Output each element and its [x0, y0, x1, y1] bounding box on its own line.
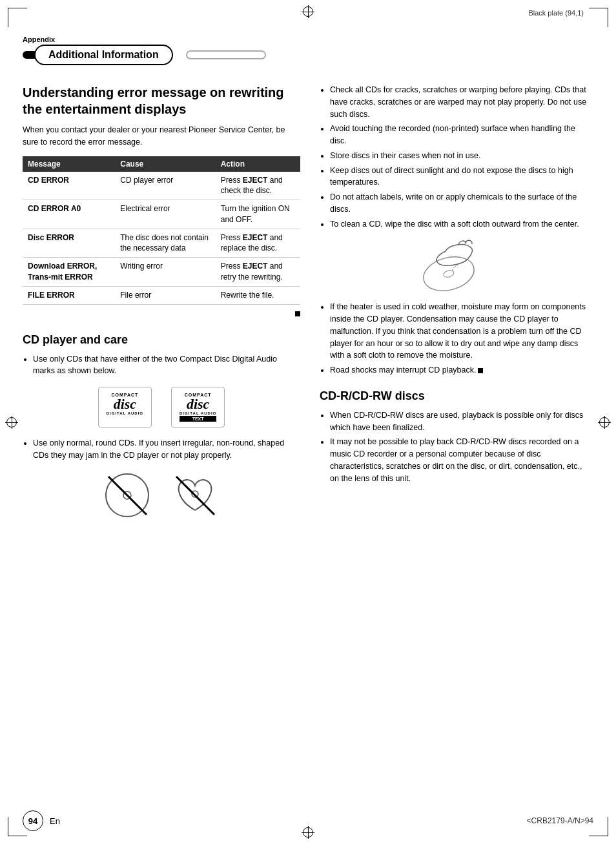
cdr-section: CD-R/CD-RW discs When CD-R/CD-RW discs a… [320, 389, 591, 485]
table-row: CD ERROR A0 Electrical error Turn the ig… [23, 200, 300, 229]
msg-file-error: FILE ERROR [23, 286, 115, 304]
cause-download-error: Writing error [115, 258, 215, 287]
list-item: Use only CDs that have either of the two… [33, 353, 300, 378]
list-item-road-shocks: Road shocks may interrupt CD playback. [330, 364, 591, 376]
list-item: To clean a CD, wipe the disc with a soft… [330, 218, 591, 231]
list-item: Keep discs out of direct sunlight and do… [330, 165, 591, 189]
right-column: Check all CDs for cracks, scratches or w… [320, 84, 591, 530]
table-footnote [23, 310, 300, 317]
footer: 94 En <CRB2179-A/N>94 [23, 810, 593, 831]
cause-cd-error-a0: Electrical error [115, 200, 215, 229]
left-column: Understanding error message on rewriting… [23, 84, 300, 530]
corner-mark-tr [589, 8, 608, 27]
right-bullets-top: Check all CDs for cracks, scratches or w… [320, 84, 591, 230]
list-item: When CD-R/CD-RW discs are used, playback… [330, 409, 591, 434]
cross-mark-left [5, 416, 18, 429]
main-content: Understanding error message on rewriting… [23, 84, 593, 530]
list-item: Avoid touching the recorded (non-printed… [330, 123, 591, 147]
square-bullet-icon [295, 311, 300, 316]
list-item-condensation: If the heater is used in cold weather, m… [330, 301, 591, 362]
disc-no-svg-1 [103, 471, 152, 520]
cd-bullets-list-2: Use only normal, round CDs. If you inser… [23, 437, 300, 462]
footer-lang: En [50, 816, 60, 826]
cd-bullets-list: Use only CDs that have either of the two… [23, 353, 300, 378]
disc-shapes [23, 471, 300, 520]
footer-left: 94 En [23, 810, 60, 831]
list-item: Use only normal, round CDs. If you inser… [33, 437, 300, 462]
error-table: Message Cause Action CD ERROR CD player … [23, 156, 300, 305]
cd-player-heading: CD player and care [23, 333, 300, 347]
svg-line-2 [108, 477, 147, 515]
col-cause: Cause [115, 156, 215, 172]
cause-file-error: File error [115, 286, 215, 304]
page-title: Additional Information [34, 45, 173, 65]
table-row: FILE ERROR File error Rewrite the file. [23, 286, 300, 304]
cleaning-illustration [413, 236, 497, 294]
cdr-heading: CD-R/CD-RW discs [320, 389, 591, 403]
footer-right-text: <CRB2179-A/N>94 [527, 816, 593, 825]
cleaning-svg [413, 238, 497, 293]
appendix-label: Appendix [23, 36, 593, 43]
cross-mark-right [598, 416, 611, 429]
table-row: Download ERROR, Trans-mit ERROR Writing … [23, 258, 300, 287]
action-file-error: Rewrite the file. [216, 286, 300, 304]
action-cd-error: Press EJECT and check the disc. [216, 172, 300, 200]
list-item: Store discs in their cases when not in u… [330, 150, 591, 162]
section-title-bar: Additional Information [23, 45, 593, 65]
cause-disc-error: The disc does not contain the necessary … [115, 229, 215, 258]
table-row: CD ERROR CD player error Press EJECT and… [23, 172, 300, 200]
svg-point-6 [443, 269, 455, 278]
msg-download-error: Download ERROR, Trans-mit ERROR [23, 258, 115, 287]
condensation-list: If the heater is used in cold weather, m… [320, 301, 591, 376]
col-action: Action [216, 156, 300, 172]
top-bar-text: Black plate (94,1) [528, 9, 584, 17]
msg-disc-error: Disc ERROR [23, 229, 115, 258]
corner-mark-tl [8, 8, 27, 27]
intro-text: When you contact your dealer or your nea… [23, 124, 300, 149]
list-item: Check all CDs for cracks, scratches or w… [330, 84, 591, 120]
action-download-error: Press EJECT and retry the rewriting. [216, 258, 300, 287]
col-message: Message [23, 156, 115, 172]
disc-no-symbol-2 [171, 471, 220, 520]
disc-no-symbol-1 [103, 471, 152, 520]
msg-cd-error: CD ERROR [23, 172, 115, 200]
table-header-row: Message Cause Action [23, 156, 300, 172]
compact-disc-logo-1: COMPACT disc DIGITAL AUDIO [98, 387, 152, 427]
cdr-bullets: When CD-R/CD-RW discs are used, playback… [320, 409, 591, 485]
action-cd-error-a0: Turn the ignition ON and OFF. [216, 200, 300, 229]
action-disc-error: Press EJECT and replace the disc. [216, 229, 300, 258]
compact-disc-logo-2: COMPACT disc DIGITAL AUDIO TEXT [171, 387, 225, 427]
header-area: Appendix Additional Information [23, 36, 593, 65]
list-item: It may not be possible to play back CD-R… [330, 436, 591, 484]
table-row: Disc ERROR The disc does not contain the… [23, 229, 300, 258]
main-heading: Understanding error message on rewriting… [23, 84, 300, 118]
disc-no-svg-2 [171, 471, 220, 520]
square-bullet-end-icon [478, 368, 483, 373]
title-pill-right [186, 50, 266, 59]
disc-logos: COMPACT disc DIGITAL AUDIO COMPACT disc … [23, 387, 300, 427]
cross-mark-top [302, 5, 314, 18]
cause-cd-error: CD player error [115, 172, 215, 200]
msg-cd-error-a0: CD ERROR A0 [23, 200, 115, 229]
list-item: Do not attach labels, write on or apply … [330, 191, 591, 216]
page-number: 94 [23, 810, 43, 831]
